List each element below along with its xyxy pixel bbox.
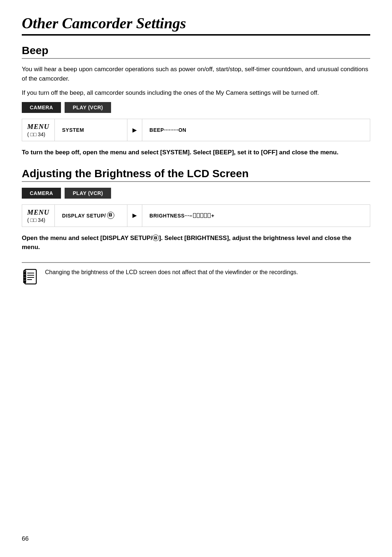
brightness-seg-3 [200, 213, 203, 218]
brightness-instruction: Open the menu and select [DISPLAY SETUP/… [22, 233, 370, 252]
beep-section-heading: Beep [22, 44, 370, 57]
beep-section-divider [22, 58, 370, 59]
beep-menu-page: ( □□ 34) [27, 131, 49, 137]
brightness-result-prefix: BRIGHTNESS···– [150, 213, 192, 219]
beep-menu-label-cell: MENU ( □□ 34) [22, 119, 55, 141]
brightness-result-suffix: + [211, 213, 215, 219]
brightness-play-vcr-button[interactable]: PLAY (VCR) [65, 188, 111, 199]
brightness-menu-page: ( □□ 34) [27, 217, 49, 223]
page-title: Other Camcorder Settings [22, 15, 370, 32]
brightness-button-row: CAMERA PLAY (VCR) [22, 188, 370, 199]
display-setup-icon: ⚅ [107, 212, 114, 219]
brightness-section-heading: Adjusting the Brightness of the LCD Scre… [22, 167, 370, 180]
beep-button-row: CAMERA PLAY (VCR) [22, 102, 370, 113]
beep-instruction: To turn the beep off, open the menu and … [22, 148, 370, 157]
brightness-arrow: ► [127, 205, 142, 227]
brightness-menu-result: BRIGHTNESS···– + [142, 205, 370, 227]
beep-menu-row: MENU ( □□ 34) SYSTEM ► BEEP·········ON [22, 119, 370, 141]
beep-menu-label: MENU [27, 123, 49, 131]
brightness-bar [193, 213, 211, 218]
note-divider [22, 262, 370, 263]
note-icon-svg [22, 268, 39, 285]
beep-camera-button[interactable]: CAMERA [22, 102, 61, 113]
brightness-menu-row: MENU ( □□ 34) DISPLAY SETUP/⚅ ► BRIGHTNE… [22, 204, 370, 227]
brightness-section: Adjusting the Brightness of the LCD Scre… [22, 167, 370, 287]
brightness-section-divider [22, 181, 370, 182]
brightness-menu-label: MENU [27, 208, 49, 216]
beep-arrow: ► [127, 119, 142, 141]
svg-point-8 [24, 278, 26, 280]
brightness-seg-1 [193, 213, 196, 218]
beep-menu-result: BEEP·········ON [142, 119, 370, 141]
brightness-menu-step: DISPLAY SETUP/⚅ [55, 205, 127, 227]
svg-point-9 [24, 281, 26, 282]
brightness-camera-button[interactable]: CAMERA [22, 188, 61, 199]
svg-point-7 [24, 275, 26, 277]
brightness-icon-inline: ⚅ [152, 235, 159, 241]
note-row: Changing the brightness of the LCD scree… [22, 268, 370, 287]
title-divider [22, 34, 370, 36]
note-text: Changing the brightness of the LCD scree… [45, 268, 298, 277]
brightness-seg-4 [204, 213, 207, 218]
beep-body-1: You will hear a beep upon camcorder oper… [22, 65, 370, 84]
svg-point-6 [24, 272, 26, 274]
brightness-step-text: DISPLAY SETUP/ [62, 213, 106, 219]
beep-menu-step: SYSTEM [55, 119, 127, 141]
beep-body-2: If you turn off the beep, all camcorder … [22, 88, 370, 98]
page-number: 66 [22, 535, 29, 542]
brightness-seg-5 [208, 213, 211, 218]
beep-play-vcr-button[interactable]: PLAY (VCR) [65, 102, 111, 113]
brightness-menu-label-cell: MENU ( □□ 34) [22, 205, 55, 227]
svg-rect-0 [25, 269, 36, 284]
brightness-seg-2 [197, 213, 200, 218]
note-icon [22, 268, 39, 287]
